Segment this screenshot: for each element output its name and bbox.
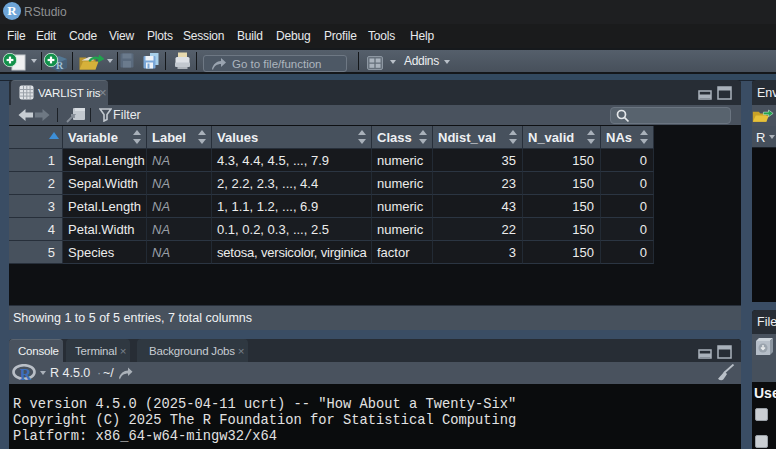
svg-text:R: R (20, 366, 32, 383)
